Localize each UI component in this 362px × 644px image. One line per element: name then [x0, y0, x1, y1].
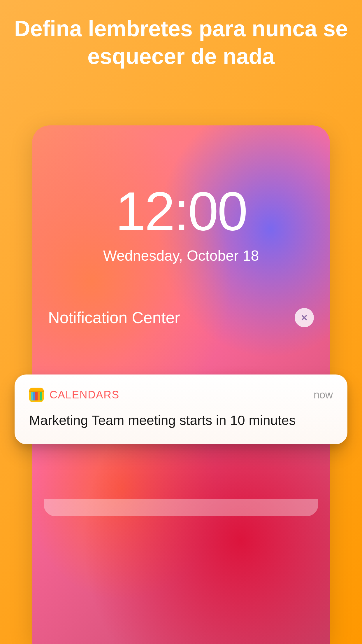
- marketing-headline: Defina lembretes para nunca se esquecer …: [0, 0, 362, 70]
- lock-screen-date: Wednesday, October 18: [32, 247, 330, 264]
- close-icon: [300, 314, 308, 322]
- notification-time: now: [314, 389, 333, 401]
- notification-center-label: Notification Center: [48, 308, 180, 327]
- close-button[interactable]: [295, 308, 314, 327]
- notification-stack-indicator: [44, 499, 318, 516]
- notification-card[interactable]: CALENDARS now Marketing Team meeting sta…: [15, 374, 347, 444]
- notification-app-name: CALENDARS: [50, 389, 308, 401]
- calendars-app-icon: [29, 388, 44, 402]
- notification-header: CALENDARS now: [29, 388, 333, 402]
- notification-body: Marketing Team meeting starts in 10 minu…: [29, 411, 333, 430]
- notification-center-header: Notification Center: [32, 308, 330, 327]
- lock-screen-time: 12:00: [32, 184, 330, 239]
